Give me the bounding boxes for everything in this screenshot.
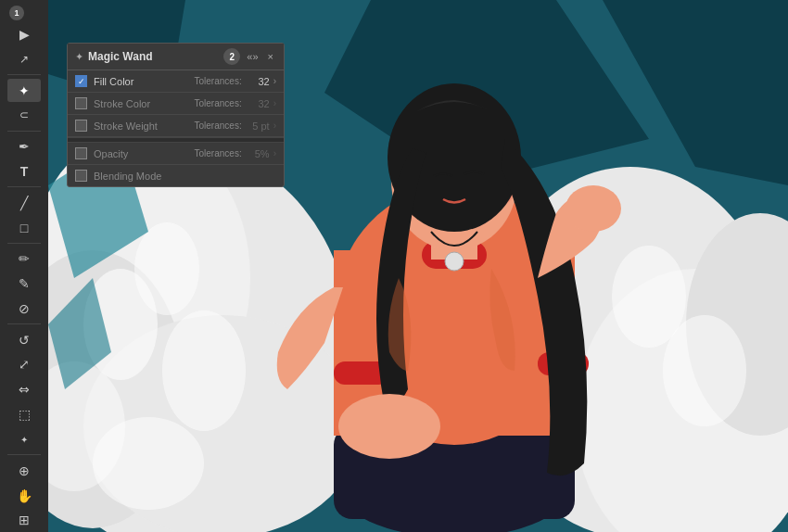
blending-mode-row: Blending Mode xyxy=(68,165,284,186)
stroke-weight-value: 5 pt xyxy=(247,120,270,132)
line-icon: ╱ xyxy=(20,196,28,210)
tool-rotate[interactable]: ↺ xyxy=(7,328,41,351)
tool-type[interactable]: T xyxy=(7,160,41,184)
stroke-weight-tolerance-label: Tolerances: xyxy=(195,120,242,131)
separator-5 xyxy=(7,323,41,324)
direct-select-icon: ↗ xyxy=(19,53,29,66)
tool-select[interactable]: ▶ xyxy=(7,23,41,46)
scale-icon: ⤢ xyxy=(19,357,30,372)
tool-magic-wand[interactable]: ✦ xyxy=(7,79,41,102)
tool-artboard[interactable]: ⊞ xyxy=(7,509,41,532)
fill-color-expand[interactable]: › xyxy=(273,76,276,86)
tool-free-transform[interactable]: ⬚ xyxy=(7,403,41,426)
lasso-icon: ⊂ xyxy=(19,108,29,121)
separator-1 xyxy=(7,74,41,75)
stroke-weight-expand[interactable]: › xyxy=(273,120,276,131)
tool-rect[interactable]: □ xyxy=(7,216,41,239)
stroke-color-row: Stroke Color Tolerances: 32 › xyxy=(68,93,284,115)
tool-eyedropper[interactable]: ⊘ xyxy=(7,297,41,320)
opacity-value: 5% xyxy=(247,148,270,159)
fill-color-label: Fill Color xyxy=(94,76,195,87)
stroke-color-expand[interactable]: › xyxy=(273,98,276,108)
stroke-color-checkbox[interactable] xyxy=(75,97,87,109)
rotate-icon: ↺ xyxy=(19,333,30,348)
stroke-weight-checkbox[interactable] xyxy=(75,120,87,132)
opacity-tolerance-label: Tolerances: xyxy=(195,148,242,158)
svg-point-10 xyxy=(162,310,246,431)
zoom-icon: ⊕ xyxy=(19,463,30,478)
panel-header: ✦ Magic Wand 2 «» × xyxy=(68,44,284,70)
fill-color-row: Fill Color Tolerances: 32 › xyxy=(68,70,284,93)
stroke-weight-label: Stroke Weight xyxy=(94,120,195,132)
magic-wand-panel: ✦ Magic Wand 2 «» × Fill Color Tolerance… xyxy=(67,43,285,187)
panel-controls: 2 «» × xyxy=(223,48,276,65)
panel-title-area: ✦ Magic Wand xyxy=(75,50,153,63)
eyedropper-icon: ⊘ xyxy=(19,301,30,316)
rect-icon: □ xyxy=(20,221,28,235)
tool-paintbrush[interactable]: ✏ xyxy=(7,247,41,271)
opacity-expand[interactable]: › xyxy=(273,148,276,158)
tool-width[interactable]: ⇔ xyxy=(7,378,41,401)
stroke-weight-row: Stroke Weight Tolerances: 5 pt › xyxy=(68,115,284,137)
tool-scale[interactable]: ⤢ xyxy=(7,353,41,376)
fill-color-value: 32 xyxy=(247,76,270,87)
toolbar: 1 ▶ ↗ ✦ ⊂ ✒ T ╱ □ ✏ ✎ ⊘ ↺ ⤢ ⇔ ⬚ xyxy=(0,0,48,532)
magic-wand-icon: ✦ xyxy=(19,83,30,98)
separator-6 xyxy=(7,454,41,455)
toolbar-badge-1: 1 xyxy=(7,4,41,19)
svg-point-9 xyxy=(134,222,199,315)
pen-icon: ✒ xyxy=(19,139,30,154)
separator-4 xyxy=(7,243,41,244)
artboard-icon: ⊞ xyxy=(19,513,30,527)
width-icon: ⇔ xyxy=(19,382,30,397)
blending-mode-label: Blending Mode xyxy=(94,171,276,182)
tool-pencil[interactable]: ✎ xyxy=(7,272,41,296)
tool-shaper[interactable]: ✦ xyxy=(7,428,41,451)
opacity-row: Opacity Tolerances: 5% › xyxy=(68,143,284,165)
tool-hand[interactable]: ✋ xyxy=(7,484,41,507)
stroke-color-tolerance-label: Tolerances: xyxy=(195,98,242,108)
panel-close-button[interactable]: × xyxy=(265,50,276,63)
free-transform-icon: ⬚ xyxy=(19,407,31,422)
tool-line[interactable]: ╱ xyxy=(7,191,41,214)
separator-3 xyxy=(7,186,41,187)
fill-color-checkbox[interactable] xyxy=(75,75,87,87)
blending-mode-checkbox[interactable] xyxy=(75,170,87,182)
paintbrush-icon: ✏ xyxy=(19,251,30,266)
stroke-color-value: 32 xyxy=(247,98,270,109)
separator-2 xyxy=(7,131,41,132)
panel-collapse-button[interactable]: «» xyxy=(244,50,261,63)
panel-badge: 2 xyxy=(223,48,240,65)
select-icon: ▶ xyxy=(19,27,30,42)
svg-point-31 xyxy=(338,394,440,459)
svg-point-12 xyxy=(93,417,204,510)
tool-direct-select[interactable]: ↗ xyxy=(7,47,41,70)
svg-point-29 xyxy=(566,185,621,232)
svg-point-30 xyxy=(445,252,464,271)
tool-zoom[interactable]: ⊕ xyxy=(7,459,41,482)
badge-1: 1 xyxy=(9,6,24,20)
svg-point-17 xyxy=(663,315,746,426)
wand-icon: ✦ xyxy=(75,51,83,63)
opacity-label: Opacity xyxy=(94,148,195,159)
tool-lasso[interactable]: ⊂ xyxy=(7,104,41,127)
pencil-icon: ✎ xyxy=(19,276,30,291)
panel-title: Magic Wand xyxy=(88,50,153,63)
tool-pen[interactable]: ✒ xyxy=(7,135,41,158)
shaper-icon: ✦ xyxy=(20,435,28,445)
hand-icon: ✋ xyxy=(17,488,32,503)
fill-color-tolerance-label: Tolerances: xyxy=(195,76,242,86)
stroke-color-label: Stroke Color xyxy=(94,98,195,109)
type-icon: T xyxy=(20,164,29,179)
opacity-checkbox[interactable] xyxy=(75,147,87,159)
